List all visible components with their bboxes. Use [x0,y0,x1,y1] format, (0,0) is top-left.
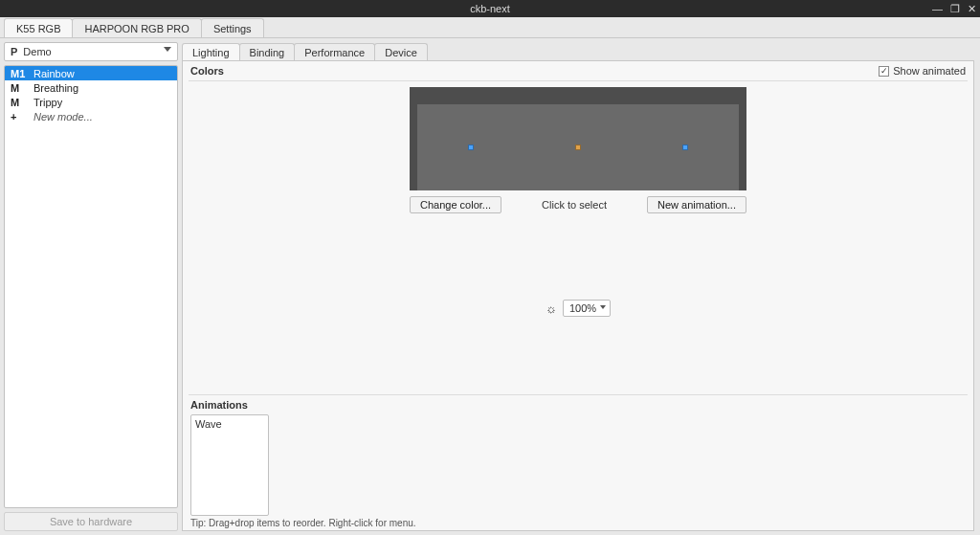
brightness-value: 100% [569,302,596,314]
minimize-icon[interactable]: — [932,3,943,14]
change-color-button[interactable]: Change color... [410,196,501,213]
tab-lighting[interactable]: Lighting [182,43,240,60]
brightness-dropdown[interactable]: 100% [563,300,611,317]
animations-section-label: Animations [190,399,966,411]
checkbox-icon [879,66,889,77]
mode-item-breathing[interactable]: M Breathing [5,80,177,95]
mode-badge: M [11,97,28,108]
titlebar: ckb-next — ❐ ✕ [0,0,980,17]
colors-area: Change color... Click to select New anim… [183,81,973,394]
close-icon[interactable]: ✕ [968,3,976,15]
sidebar: P Demo M1 Rainbow M Breathing M Trippy [0,38,182,535]
show-animated-checkbox[interactable]: Show animated [879,65,966,77]
new-animation-button[interactable]: New animation... [647,196,746,213]
plus-icon: + [11,111,28,123]
zone-right[interactable] [682,145,688,150]
tab-device[interactable]: Device [374,43,428,60]
tab-settings[interactable]: Settings [201,18,264,37]
brightness-icon: ☼ [546,301,557,316]
chevron-down-icon [600,305,606,309]
mode-label: Trippy [33,97,62,108]
profile-prefix: P [11,46,17,57]
window-title: ckb-next [470,3,510,14]
chevron-down-icon [164,47,171,52]
colors-section-label: Colors [190,65,224,77]
tab-performance[interactable]: Performance [294,43,375,60]
zone-left[interactable] [468,145,474,150]
mode-list[interactable]: M1 Rainbow M Breathing M Trippy + New mo… [4,65,178,508]
mode-label: Rainbow [33,68,75,79]
tab-k55-rgb[interactable]: K55 RGB [4,18,73,37]
save-to-hardware-button: Save to hardware [4,512,178,531]
mode-badge: M [11,82,28,94]
show-animated-label: Show animated [893,65,966,77]
click-to-select-label: Click to select [542,199,607,211]
sub-tabs: Lighting Binding Performance Device [182,42,974,61]
mode-item-trippy[interactable]: M Trippy [5,95,177,109]
zone-mid[interactable] [575,145,581,150]
keyboard-preview[interactable] [410,87,746,190]
tab-binding[interactable]: Binding [239,43,296,60]
maximize-icon[interactable]: ❐ [950,3,960,15]
animations-tip: Tip: Drag+drop items to reorder. Right-c… [190,518,966,528]
animation-item-wave[interactable]: Wave [195,417,264,431]
mode-item-rainbow[interactable]: M1 Rainbow [5,66,177,80]
animations-list[interactable]: Wave [190,414,269,516]
profile-name: Demo [23,46,51,57]
profile-dropdown[interactable]: P Demo [4,42,178,61]
mode-badge: M1 [11,68,28,79]
mode-label: New mode... [33,111,93,123]
mode-item-new[interactable]: + New mode... [5,109,177,123]
tab-harpoon-rgb-pro[interactable]: HARPOON RGB PRO [72,18,201,37]
mode-label: Breathing [33,82,78,94]
main-panel: Lighting Binding Performance Device Colo… [182,38,980,535]
device-tabs: K55 RGB HARPOON RGB PRO Settings [0,17,980,38]
